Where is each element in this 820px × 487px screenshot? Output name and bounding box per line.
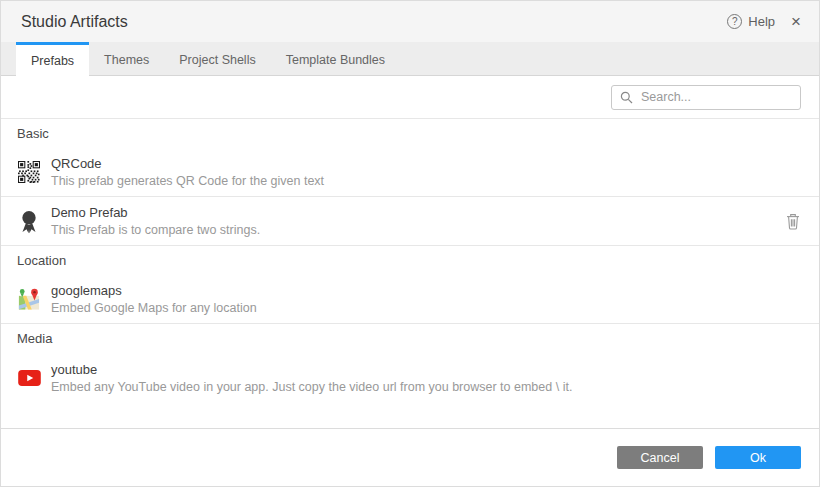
tab-prefabs[interactable]: Prefabs	[16, 42, 89, 76]
item-title: googlemaps	[51, 283, 257, 298]
dialog-header: Studio Artifacts ? Help ×	[1, 1, 819, 42]
qrcode-icon	[17, 161, 41, 183]
item-description: Embed any YouTube video in your app. Jus…	[51, 380, 572, 394]
list-item-googlemaps[interactable]: googlemaps Embed Google Maps for any loc…	[1, 275, 819, 324]
search-input[interactable]	[639, 89, 792, 105]
tab-bar: Prefabs Themes Project Shells Template B…	[1, 42, 819, 76]
tab-template-bundles[interactable]: Template Bundles	[271, 42, 400, 75]
list-item-demo-prefab[interactable]: Demo Prefab This Prefab is to compare tw…	[1, 197, 819, 246]
item-title: QRCode	[51, 156, 324, 171]
dialog-title: Studio Artifacts	[21, 13, 128, 31]
item-description: This Prefab is to compare two strings.	[51, 223, 260, 237]
award-ribbon-icon	[17, 209, 41, 234]
search-row	[1, 76, 819, 119]
section-header-basic: Basic	[1, 119, 819, 148]
item-description: This prefab generates QR Code for the gi…	[51, 174, 324, 188]
item-text: Demo Prefab This Prefab is to compare tw…	[51, 205, 260, 237]
item-title: Demo Prefab	[51, 205, 260, 220]
close-icon[interactable]: ×	[791, 13, 801, 30]
help-icon: ?	[727, 14, 742, 29]
tab-themes[interactable]: Themes	[89, 42, 164, 75]
header-actions: ? Help ×	[727, 13, 801, 30]
youtube-icon	[17, 370, 41, 386]
item-text: googlemaps Embed Google Maps for any loc…	[51, 283, 257, 315]
cancel-button[interactable]: Cancel	[617, 446, 703, 469]
item-title: youtube	[51, 362, 572, 377]
list-item-youtube[interactable]: youtube Embed any YouTube video in your …	[1, 353, 819, 402]
item-text: youtube Embed any YouTube video in your …	[51, 362, 572, 394]
trash-icon	[786, 213, 800, 230]
studio-artifacts-dialog: Studio Artifacts ? Help × Prefabs Themes…	[0, 0, 820, 487]
search-icon	[620, 91, 633, 104]
help-label: Help	[748, 14, 775, 29]
ok-button[interactable]: Ok	[715, 446, 801, 469]
list-item-qrcode[interactable]: QRCode This prefab generates QR Code for…	[1, 148, 819, 197]
search-box[interactable]	[611, 85, 801, 110]
item-description: Embed Google Maps for any location	[51, 301, 257, 315]
google-maps-icon	[17, 287, 41, 312]
section-header-location: Location	[1, 246, 819, 275]
item-text: QRCode This prefab generates QR Code for…	[51, 156, 324, 188]
help-button[interactable]: ? Help	[727, 14, 775, 29]
tab-project-shells[interactable]: Project Shells	[164, 42, 270, 75]
section-header-media: Media	[1, 324, 819, 353]
dialog-footer: Cancel Ok	[1, 428, 819, 486]
item-actions	[786, 213, 803, 230]
delete-prefab-button[interactable]	[786, 213, 800, 230]
